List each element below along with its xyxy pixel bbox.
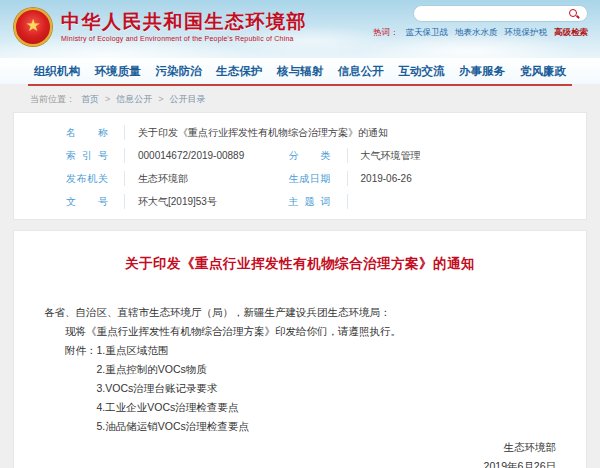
document-paragraph: 现将《重点行业挥发性有机物综合治理方案》印发给你们，请遵照执行。 (44, 322, 556, 341)
meta-row-docno: 文号 环大气[2019]53号 主题词 (14, 190, 586, 213)
attachment-item-2: 2.重点控制的VOCs物质 (97, 360, 557, 379)
breadcrumb-separator: > (158, 94, 163, 104)
nav-item-nuclear-radiation[interactable]: 核与辐射 (277, 64, 323, 79)
nav-item-services[interactable]: 办事服务 (459, 64, 505, 79)
search-area: 热词： 蓝天保卫战 地表水水质 环境保护税 高级检索 (413, 5, 588, 39)
meta-divider (124, 125, 125, 140)
meta-label-date: 生成日期 (289, 172, 331, 186)
meta-label-name: 名称 (66, 126, 108, 140)
nav-item-env-quality[interactable]: 环境质量 (95, 64, 141, 79)
document-title: 关于印发《重点行业挥发性有机物综合治理方案》的通知 (44, 255, 556, 273)
meta-label-docno: 文号 (66, 195, 108, 209)
meta-divider (124, 171, 125, 186)
breadcrumb-current[interactable]: 公开目录 (170, 93, 206, 106)
site-name-english: Ministry of Ecology and Environment of t… (61, 35, 307, 42)
hot-words-bar: 热词： 蓝天保卫战 地表水水质 环境保护税 高级检索 (413, 27, 588, 39)
breadcrumb-info-disclosure[interactable]: 信息公开 (116, 93, 152, 106)
site-banner: ★ 中华人民共和国生态环境部 Ministry of Ecology and E… (0, 0, 600, 58)
main-nav: 组织机构 环境质量 污染防治 生态保护 核与辐射 信息公开 互动交流 办事服务 … (0, 58, 600, 84)
breadcrumb-separator: > (105, 94, 110, 104)
meta-divider (347, 171, 348, 186)
advanced-search-link[interactable]: 高级检索 (554, 27, 588, 39)
meta-cell-docno: 文号 环大气[2019]53号 (14, 190, 289, 213)
meta-row-index: 索引号 000014672/2019-00889 分类 大气环境管理 (14, 144, 586, 167)
nav-item-info-disclosure[interactable]: 信息公开 (338, 64, 384, 79)
signature-block: 生态环境部 2019年6月26日 (44, 438, 556, 468)
meta-divider (124, 148, 125, 163)
site-title-block: 中华人民共和国生态环境部 Ministry of Ecology and Env… (61, 8, 307, 42)
breadcrumb: 当前位置： 首页 > 信息公开 > 公开目录 (0, 86, 600, 112)
national-emblem-icon: ★ (14, 8, 52, 46)
meta-value-category: 大气环境管理 (361, 149, 421, 163)
site-name: 中华人民共和国生态环境部 (61, 10, 307, 34)
meta-cell-name: 名称 关于印发《重点行业挥发性有机物综合治理方案》的通知 (14, 121, 586, 144)
meta-row-issuer: 发布机关 生态环境部 生成日期 2019-06-26 (14, 167, 586, 190)
meta-label-issuer: 发布机关 (66, 172, 108, 186)
hot-word-link-env-tax[interactable]: 环境保护税 (505, 27, 548, 39)
attachment-item-5: 5.油品储运销VOCs治理检查要点 (97, 417, 557, 436)
meta-divider (124, 194, 125, 209)
signature-issuer: 生态环境部 (44, 438, 556, 457)
nav-item-eco-protection[interactable]: 生态保护 (216, 64, 262, 79)
meta-label-index: 索引号 (66, 149, 108, 163)
document-salutation: 各省、自治区、直辖市生态环境厅（局），新疆生产建设兵团生态环境局： (44, 303, 556, 322)
meta-cell-category: 分类 大气环境管理 (289, 144, 586, 167)
hot-words-label: 热词： (373, 27, 399, 39)
hot-word-link-surface-water[interactable]: 地表水水质 (455, 27, 498, 39)
search-input[interactable] (421, 9, 568, 19)
site-logo[interactable]: ★ 中华人民共和国生态环境部 Ministry of Ecology and E… (14, 8, 307, 46)
meta-cell-subject: 主题词 (289, 190, 586, 213)
attachment-item-1: 1.重点区域范围 (97, 344, 169, 356)
nav-item-party-conduct[interactable]: 党风廉政 (520, 64, 566, 79)
document-body: 各省、自治区、直辖市生态环境厅（局），新疆生产建设兵团生态环境局： 现将《重点行… (44, 303, 556, 436)
document-meta-panel: 名称 关于印发《重点行业挥发性有机物综合治理方案》的通知 索引号 0000146… (13, 112, 587, 220)
document-content-panel: 关于印发《重点行业挥发性有机物综合治理方案》的通知 各省、自治区、直辖市生态环境… (13, 230, 587, 468)
meta-value-index: 000014672/2019-00889 (138, 150, 244, 161)
signature-date: 2019年6月26日 (44, 457, 556, 468)
search-icon[interactable] (568, 8, 580, 20)
meta-value-date: 2019-06-26 (361, 173, 412, 184)
meta-value-name: 关于印发《重点行业挥发性有机物综合治理方案》的通知 (138, 126, 388, 140)
emblem-star-icon: ★ (25, 17, 40, 34)
meta-row-name: 名称 关于印发《重点行业挥发性有机物综合治理方案》的通知 (14, 121, 586, 144)
meta-value-docno: 环大气[2019]53号 (138, 195, 217, 209)
breadcrumb-home[interactable]: 首页 (81, 93, 99, 106)
nav-item-interaction[interactable]: 互动交流 (399, 64, 445, 79)
nav-item-organization[interactable]: 组织机构 (34, 64, 80, 79)
attachments-line: 附件：1.重点区域范围 (44, 341, 556, 360)
meta-divider (347, 194, 348, 209)
attachment-item-3: 3.VOCs治理台账记录要求 (97, 379, 557, 398)
meta-cell-index: 索引号 000014672/2019-00889 (14, 144, 289, 167)
nav-item-pollution-control[interactable]: 污染防治 (156, 64, 202, 79)
search-box[interactable] (413, 5, 588, 22)
hot-word-link-blue-sky[interactable]: 蓝天保卫战 (406, 27, 449, 39)
meta-cell-issuer: 发布机关 生态环境部 (14, 167, 289, 190)
meta-value-issuer: 生态环境部 (138, 172, 188, 186)
attachment-item-4: 4.工业企业VOCs治理检查要点 (97, 398, 557, 417)
attachments-label: 附件： (65, 344, 97, 356)
meta-label-category: 分类 (289, 149, 331, 163)
breadcrumb-label: 当前位置： (30, 93, 75, 106)
meta-divider (347, 148, 348, 163)
meta-label-subject: 主题词 (289, 195, 331, 209)
meta-cell-date: 生成日期 2019-06-26 (289, 167, 586, 190)
